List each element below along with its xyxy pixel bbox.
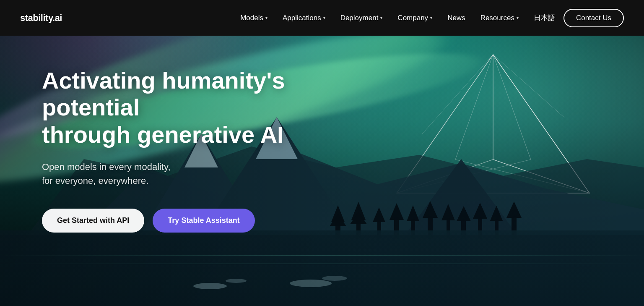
hero-section: Activating humanity's potential through … bbox=[0, 0, 644, 306]
try-stable-assistant-button[interactable]: Try Stable Assistant bbox=[153, 209, 254, 233]
nav-item-models[interactable]: Models ▾ bbox=[240, 14, 267, 22]
hero-subheading: Open models in every modality, for every… bbox=[42, 160, 302, 188]
nav-item-news[interactable]: News bbox=[447, 14, 465, 22]
site-logo[interactable]: stability.ai bbox=[20, 13, 62, 24]
nav-item-deployment[interactable]: Deployment ▾ bbox=[340, 14, 383, 22]
navbar: stability.ai Models ▾ Applications ▾ Dep… bbox=[0, 0, 644, 36]
nav-item-japanese[interactable]: 日本語 bbox=[534, 13, 555, 23]
nav-links: Models ▾ Applications ▾ Deployment ▾ Com… bbox=[240, 13, 555, 23]
chevron-down-icon: ▾ bbox=[323, 16, 325, 20]
nav-item-company[interactable]: Company ▾ bbox=[397, 14, 432, 22]
nav-item-applications[interactable]: Applications ▾ bbox=[283, 14, 325, 22]
chevron-down-icon: ▾ bbox=[380, 16, 382, 20]
nav-item-resources[interactable]: Resources ▾ bbox=[480, 14, 519, 22]
contact-us-button[interactable]: Contact Us bbox=[564, 9, 624, 27]
hero-heading: Activating humanity's potential through … bbox=[42, 67, 302, 148]
hero-content: Activating humanity's potential through … bbox=[42, 67, 302, 233]
chevron-down-icon: ▾ bbox=[517, 16, 519, 20]
hero-buttons: Get Started with API Try Stable Assistan… bbox=[42, 209, 302, 233]
chevron-down-icon: ▾ bbox=[430, 16, 432, 20]
chevron-down-icon: ▾ bbox=[265, 16, 267, 20]
get-started-api-button[interactable]: Get Started with API bbox=[42, 209, 144, 233]
